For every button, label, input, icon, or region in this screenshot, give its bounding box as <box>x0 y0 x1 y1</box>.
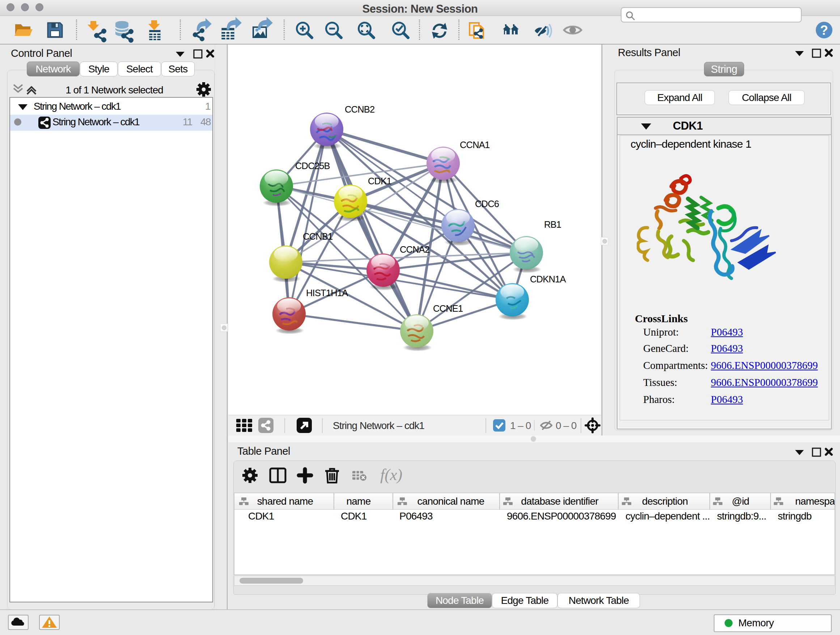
svg-text:CCNB2: CCNB2 <box>345 104 374 114</box>
svg-text:CCNE1: CCNE1 <box>433 303 463 314</box>
svg-text:f(x): f(x) <box>380 466 402 484</box>
svg-text:1 of 1 Network selected: 1 of 1 Network selected <box>65 84 163 96</box>
svg-text:CCNA2: CCNA2 <box>400 244 429 255</box>
svg-text:CDC6: CDC6 <box>475 199 499 209</box>
svg-text:shared name: shared name <box>257 496 313 507</box>
svg-text:description: description <box>642 496 688 507</box>
svg-text:database identifier: database identifier <box>521 496 598 507</box>
svg-text:name: name <box>347 496 371 507</box>
svg-text:CCNB1: CCNB1 <box>303 231 332 241</box>
svg-text:@id: @id <box>732 496 749 507</box>
svg-text:CDK1: CDK1 <box>368 176 392 186</box>
svg-text:HIST1H1A: HIST1H1A <box>306 288 348 298</box>
svg-text:1 – 0: 1 – 0 <box>510 420 531 431</box>
svg-text:CDKN1A: CDKN1A <box>530 274 566 284</box>
svg-text:canonical name: canonical name <box>417 496 485 507</box>
svg-text:String Network – cdk1: String Network – cdk1 <box>333 420 424 431</box>
svg-text:?: ? <box>820 23 828 38</box>
svg-text:CDC25B: CDC25B <box>295 161 330 171</box>
svg-text:0 – 0: 0 – 0 <box>556 420 576 431</box>
svg-text:RB1: RB1 <box>544 219 561 230</box>
svg-text:namespace: namespace <box>795 496 835 507</box>
svg-text:CCNA1: CCNA1 <box>460 140 489 150</box>
